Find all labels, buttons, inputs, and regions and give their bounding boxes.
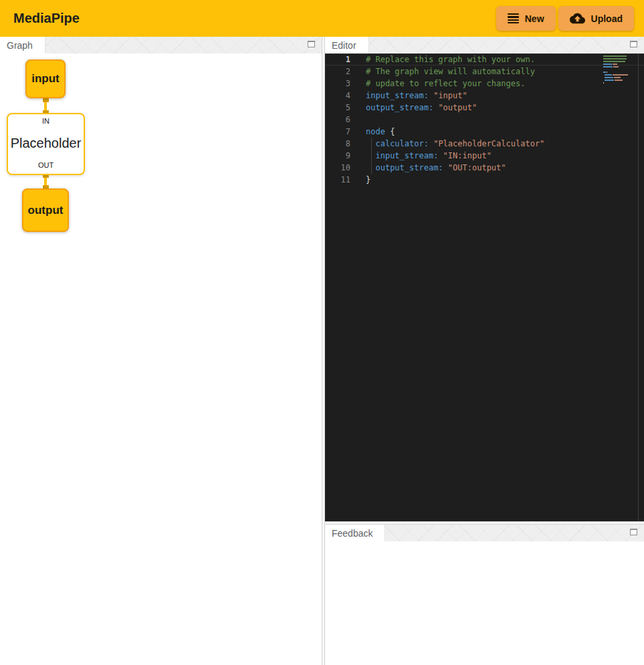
app-title: MediaPipe: [13, 11, 80, 26]
tab-editor-label: Editor: [332, 40, 356, 51]
code-line: 1# Replace this graph with your own.: [325, 53, 644, 65]
code-line: 9 input_stream: "IN:input": [325, 150, 644, 162]
node-input-label: input: [31, 72, 60, 86]
new-button-label: New: [525, 13, 544, 24]
graph-tabbar: Graph: [0, 37, 322, 53]
tab-feedback-label: Feedback: [332, 528, 372, 539]
main-area: Graph input IN Placeholder OUT output: [0, 37, 644, 665]
new-button[interactable]: New: [496, 6, 556, 31]
code-line: 10 output_stream: "OUT:output": [325, 162, 644, 174]
code-editor[interactable]: 1# Replace this graph with your own.2# T…: [325, 53, 644, 521]
editor-tabbar: Editor: [325, 37, 644, 53]
feedback-tabbar: Feedback: [325, 525, 644, 541]
code-line: 4input_stream: "input": [325, 90, 644, 102]
node-input[interactable]: input: [25, 59, 66, 98]
node-placeholder[interactable]: IN Placeholder OUT: [7, 113, 85, 175]
list-icon: [508, 13, 519, 24]
editor-panel: Editor 1# Replace this graph with your o…: [325, 37, 644, 521]
code-lines: 1# Replace this graph with your own.2# T…: [325, 53, 644, 186]
minimap[interactable]: [603, 55, 630, 85]
code-line: 11}: [325, 174, 644, 186]
in-port-label: IN: [42, 117, 49, 125]
maximize-icon[interactable]: [630, 529, 637, 535]
node-output[interactable]: output: [22, 188, 69, 232]
feedback-panel: Feedback: [325, 525, 644, 665]
node-output-label: output: [28, 204, 64, 217]
code-line: 6: [325, 114, 644, 126]
out-port-label: OUT: [38, 161, 53, 169]
maximize-icon[interactable]: [308, 41, 315, 47]
app-header: MediaPipe New Upload: [0, 0, 644, 37]
code-line: 7node {: [325, 126, 644, 138]
tab-graph[interactable]: Graph: [0, 37, 45, 53]
code-line: 8 calculator: "PlaceholderCalculator": [325, 138, 644, 150]
right-column: Editor 1# Replace this graph with your o…: [325, 37, 644, 665]
tab-graph-label: Graph: [7, 40, 33, 51]
graph-canvas[interactable]: input IN Placeholder OUT output: [0, 53, 322, 665]
tab-editor[interactable]: Editor: [325, 37, 369, 53]
maximize-icon[interactable]: [630, 41, 637, 47]
code-line: 5output_stream: "output": [325, 102, 644, 114]
tab-feedback[interactable]: Feedback: [325, 525, 385, 541]
code-line: 2# The graph view will automatically: [325, 65, 644, 78]
cloud-upload-icon: [570, 13, 585, 24]
graph-panel: Graph input IN Placeholder OUT output: [0, 37, 322, 665]
upload-button-label: Upload: [591, 13, 623, 24]
code-line: 3# update to reflect your changes.: [325, 78, 644, 90]
node-placeholder-label: Placeholder: [11, 136, 82, 151]
upload-button[interactable]: Upload: [558, 6, 634, 31]
feedback-content: [325, 541, 644, 665]
